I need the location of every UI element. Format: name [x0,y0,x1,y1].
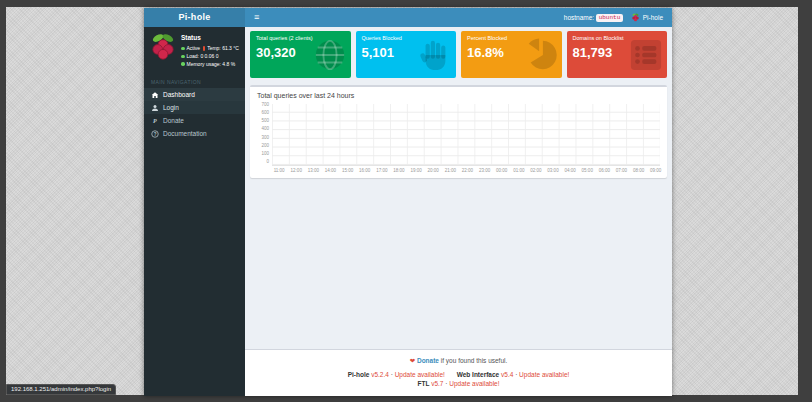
web-update-link[interactable]: Update available! [519,371,569,378]
home-icon [151,91,159,99]
card-domains-blocklist: Domains on Blocklist 81,793 [567,31,668,78]
status-ok-icon [181,47,185,51]
globe-icon [313,38,347,72]
sidebar-item-documentation[interactable]: ? Documentation [144,127,245,140]
nav-section-header: MAIN NAVIGATION [144,73,245,88]
sidebar-item-dashboard[interactable]: Dashboard [144,88,245,101]
sidebar-item-donate[interactable]: P Donate [144,114,245,127]
hand-stop-icon [418,38,452,72]
heart-icon: ❤ [410,357,415,364]
chart-y-axis: 7006005004003002001000 [257,102,272,164]
pihole-version: Pi-hole v5.2.4 · Update available! [348,371,447,378]
ftl-version: FTL v5.7 · Update available! [249,380,668,387]
list-icon [629,38,663,72]
card-queries-blocked: Queries Blocked 5,101 [356,31,457,78]
donate-link[interactable]: Donate [417,357,439,364]
version-lines: Pi-hole v5.2.4 · Update available! Web I… [249,371,668,387]
raspberry-icon [631,13,640,22]
status-line-load: Load: 0 0.06 0 [181,53,239,61]
svg-text:?: ? [154,131,157,136]
summary-cards: Total queries (2 clients) 30,320 Queries… [250,31,667,78]
chart-plot[interactable] [272,104,660,166]
web-interface-version: Web Interface v5.4 · Update available! [457,371,570,378]
pie-chart-icon [524,38,558,72]
svg-text:P: P [153,118,157,124]
card-total-queries: Total queries (2 clients) 30,320 [250,31,351,78]
card-percent-blocked: Percent Blocked 16.8% [461,31,562,78]
sidebar-item-login[interactable]: Login [144,101,245,114]
status-line-memory: Memory usage: 4.8 % [181,61,239,69]
sidebar-toggle-button[interactable]: ≡ [245,8,268,27]
ftl-version-link[interactable]: v5.7 [431,380,443,387]
question-circle-icon: ? [151,130,159,138]
page-footer: ❤ Donate if you found this useful. Pi-ho… [245,349,672,396]
thermometer-icon [203,46,205,51]
ftl-update-link[interactable]: Update available! [449,380,499,387]
browser-status-bubble: 192.168.1.251/admin/index.php?login [6,384,116,396]
queries-chart-card: Total queries over last 24 hours 7006005… [250,85,667,178]
sidebar: Status ActiveTemp: 61.3 °C Load: 0 0.06 … [144,27,245,396]
top-navbar: Pi-hole ≡ hostname: ubuntu Pi-hole [144,8,672,27]
status-title: Status [181,33,239,43]
donate-line: ❤ Donate if you found this useful. [249,357,668,365]
chart-x-axis: 11:0012:0013:0014:0015:0016:0017:0018:00… [272,166,660,174]
hostname-label: hostname: ubuntu [564,14,623,22]
chart-title: Total queries over last 24 hours [257,92,660,99]
pihole-version-link[interactable]: v5.2.4 [371,371,389,378]
status-line-active: ActiveTemp: 61.3 °C [181,45,239,53]
pihole-update-link[interactable]: Update available! [395,371,445,378]
navbar-user-menu[interactable]: Pi-hole [623,13,672,22]
browser-window: Pi-hole ≡ hostname: ubuntu Pi-hole [144,8,672,396]
web-version-link[interactable]: v5.4 [501,371,513,378]
status-ok-icon [181,55,185,59]
main-content: Total queries (2 clients) 30,320 Queries… [245,27,672,396]
pihole-logo[interactable]: Pi-hole [144,8,245,27]
status-ok-icon [181,62,185,66]
hostname-badge: ubuntu [596,14,623,22]
paypal-icon: P [151,117,159,125]
user-icon [151,104,159,112]
chart-bars[interactable] [272,104,660,165]
sidebar-status-panel: Status ActiveTemp: 61.3 °C Load: 0 0.06 … [144,27,245,73]
raspberry-logo-icon [150,33,176,61]
